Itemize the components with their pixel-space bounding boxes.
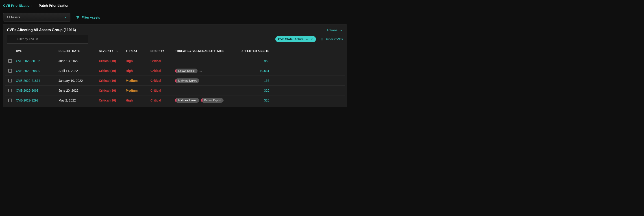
threat-value: High	[126, 59, 150, 63]
priority-value: Critical	[150, 59, 175, 63]
asset-group-select[interactable]: All Assets	[3, 13, 70, 21]
publish-date: May 2, 2022	[58, 99, 99, 102]
priority-value: Critical	[150, 89, 175, 92]
priority-value: Critical	[150, 79, 175, 82]
col-severity[interactable]: SEVERITY	[99, 49, 126, 53]
affected-assets-link[interactable]: 320	[238, 89, 274, 92]
filter-cves-label: Filter CVEs	[326, 37, 343, 41]
panel-subheader: CVE State: Active Filter CVEs	[3, 35, 347, 46]
tags-overflow[interactable]: ...	[199, 69, 202, 73]
publish-date: June 20, 2022	[58, 89, 99, 92]
cve-panel: CVEs Affecting All Assets Group (11016) …	[3, 24, 347, 107]
vulnerability-tag[interactable]: Known Exploit	[201, 98, 224, 103]
tags-cell: Malware LinkedKnown Exploit	[175, 98, 238, 103]
tags-cell: Malware Linked	[175, 78, 238, 83]
priority-value: Critical	[150, 69, 175, 73]
panel-title: CVEs Affecting All Assets Group (11016)	[7, 28, 76, 32]
table-row: CVE-2022-26809April 11, 2022Critical (10…	[5, 66, 345, 76]
chevron-down-icon	[306, 37, 308, 41]
affected-assets-link[interactable]: 960	[238, 59, 274, 63]
affected-assets-link[interactable]: 155	[238, 79, 274, 82]
cve-table: CVE PUBLISH DATE SEVERITY THREAT PRIORIT…	[3, 46, 347, 107]
publish-date: June 13, 2022	[58, 59, 99, 63]
vulnerability-tag[interactable]: Known Exploit	[175, 69, 198, 73]
affected-assets-link[interactable]: 320	[238, 99, 274, 102]
cve-link[interactable]: CVE-2022-26809	[16, 69, 40, 73]
filter-icon	[10, 37, 14, 41]
table-row: CVE-2022-21874January 10, 2022Critical (…	[5, 76, 345, 86]
cve-state-pill[interactable]: CVE State: Active	[275, 36, 316, 42]
col-cve[interactable]: CVE	[16, 49, 58, 53]
panel-right-filters: CVE State: Active Filter CVEs	[275, 36, 343, 42]
threat-value: High	[126, 99, 150, 102]
row-checkbox[interactable]	[8, 69, 12, 73]
col-priority[interactable]: PRIORITY	[150, 49, 175, 53]
tab-bar: CVE Prioritization Patch Prioritization	[0, 0, 350, 10]
threat-value: Medium	[126, 89, 150, 92]
actions-menu-button[interactable]: Actions	[326, 28, 343, 32]
table-header-row: CVE PUBLISH DATE SEVERITY THREAT PRIORIT…	[5, 46, 345, 56]
severity-value: Critical (10)	[99, 59, 126, 63]
cve-link[interactable]: CVE-2022-1292	[16, 99, 38, 102]
priority-value: Critical	[150, 99, 175, 102]
filter-icon	[320, 37, 324, 41]
filter-cves-button[interactable]: Filter CVEs	[320, 37, 343, 41]
publish-date: January 10, 2022	[58, 79, 99, 82]
close-icon[interactable]	[310, 37, 313, 41]
publish-date: April 11, 2022	[58, 69, 99, 73]
cve-search-input[interactable]	[17, 37, 84, 41]
severity-value: Critical (10)	[99, 99, 126, 102]
severity-value: Critical (10)	[99, 89, 126, 92]
top-filter-bar: All Assets Filter Assets	[0, 10, 350, 24]
cve-link[interactable]: CVE-2022-2068	[16, 89, 38, 92]
asset-group-select-value: All Assets	[6, 15, 20, 19]
affected-assets-link[interactable]: 10,531	[238, 69, 274, 73]
col-publish-date[interactable]: PUBLISH DATE	[58, 49, 99, 53]
severity-value: Critical (10)	[99, 79, 126, 82]
vulnerability-tag[interactable]: Malware Linked	[175, 98, 199, 103]
col-threat[interactable]: THREAT	[126, 49, 150, 53]
cve-link[interactable]: CVE-2022-30136	[16, 59, 40, 63]
filter-icon	[76, 15, 80, 19]
vulnerability-tag[interactable]: Malware Linked	[175, 78, 199, 83]
threat-value: Medium	[126, 79, 150, 82]
tab-patch-prioritization[interactable]: Patch Prioritization	[39, 2, 70, 10]
col-affected-assets[interactable]: AFFECTED ASSETS	[238, 49, 274, 53]
table-row: CVE-2022-2068June 20, 2022Critical (10)M…	[5, 86, 345, 95]
row-checkbox[interactable]	[8, 79, 12, 82]
actions-label: Actions	[326, 28, 338, 32]
row-checkbox[interactable]	[8, 89, 12, 92]
cve-state-pill-label: CVE State: Active	[278, 37, 304, 41]
chevron-down-icon	[64, 15, 67, 19]
cve-search-box[interactable]	[7, 35, 88, 43]
col-tags[interactable]: THREATS & VULNERABILITY TAGS	[175, 49, 238, 53]
tags-cell: Known Exploit...	[175, 69, 238, 73]
table-row: CVE-2022-30136June 13, 2022Critical (10)…	[5, 56, 345, 66]
cve-link[interactable]: CVE-2022-21874	[16, 79, 40, 82]
sort-descending-icon	[116, 49, 118, 53]
threat-value: High	[126, 69, 150, 73]
severity-value: Critical (10)	[99, 69, 126, 73]
tab-cve-prioritization[interactable]: CVE Prioritization	[3, 2, 32, 10]
panel-header: CVEs Affecting All Assets Group (11016) …	[3, 24, 347, 35]
row-checkbox[interactable]	[8, 59, 12, 63]
row-checkbox[interactable]	[8, 99, 12, 102]
filter-assets-label: Filter Assets	[82, 15, 100, 19]
table-row: CVE-2022-1292May 2, 2022Critical (10)Hig…	[5, 95, 345, 105]
chevron-down-icon	[340, 28, 343, 32]
filter-assets-button[interactable]: Filter Assets	[76, 15, 100, 19]
